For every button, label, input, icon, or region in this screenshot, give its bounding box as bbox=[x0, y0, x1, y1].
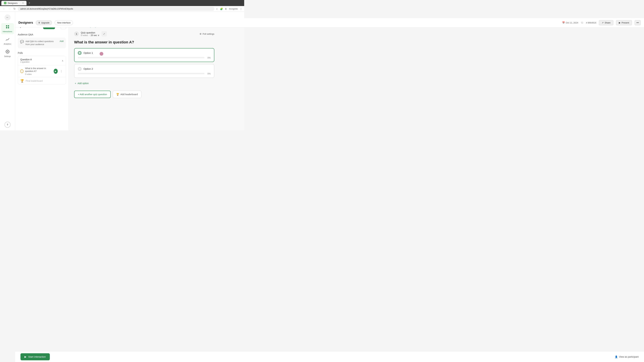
app-title: Designers bbox=[18, 21, 33, 24]
sidebar-back-button[interactable]: ← bbox=[4, 14, 10, 20]
settings-label: Settings bbox=[4, 55, 11, 57]
analytics-label: Analytics bbox=[4, 43, 11, 45]
app-header: Designers ⬆ Upgrade New interface 📅 Oct … bbox=[15, 18, 244, 27]
upgrade-icon: ⬆ bbox=[38, 21, 40, 24]
bottom-actions: + Add another quiz question 🏆 Add leader… bbox=[74, 91, 214, 98]
incognito-label: Incognito bbox=[229, 7, 238, 10]
settings-gear-icon: ⚙ bbox=[200, 33, 202, 35]
poll-settings-button[interactable]: ⚙ Poll settings bbox=[200, 33, 214, 35]
option-1-progress-bar bbox=[78, 57, 204, 58]
poll-group-count: 1 question bbox=[20, 61, 32, 63]
browser-tab-bar: S Designers ✕ + bbox=[0, 0, 244, 6]
address-bar: ← → ↻ admin.sli.do/event/8Goq3eqYCVaD6c1… bbox=[0, 6, 244, 12]
option-1-check-icon bbox=[78, 51, 82, 55]
poll-question-text: What is the answer in question A? bbox=[25, 67, 52, 73]
svg-point-4 bbox=[7, 51, 8, 52]
option-2-header: Option 2 bbox=[78, 67, 211, 71]
poll-group: Question A 1 question ∧ ! What is the an… bbox=[18, 56, 66, 84]
settings-icon bbox=[6, 50, 10, 55]
app-container: ← Interactions Analytics bbox=[0, 12, 244, 130]
svg-rect-1 bbox=[8, 25, 9, 26]
qa-add-button[interactable]: Add bbox=[60, 40, 64, 42]
option-2-bar-row: 0% bbox=[78, 72, 211, 75]
sidebar-item-settings[interactable]: Settings bbox=[1, 48, 14, 59]
votes-count: 0 votes bbox=[81, 34, 88, 36]
back-nav-button[interactable]: ← bbox=[2, 7, 6, 11]
new-tab-button[interactable]: + bbox=[27, 1, 32, 5]
polls-section-title: Polls bbox=[18, 52, 66, 54]
analytics-icon bbox=[6, 37, 10, 42]
stats-dot: • bbox=[89, 34, 90, 36]
bookmark-icon[interactable]: ☆ bbox=[216, 7, 218, 10]
forward-nav-button[interactable]: → bbox=[8, 7, 12, 11]
leaderboard-icon: 🏆 bbox=[116, 93, 119, 96]
interactions-label: Interactions bbox=[3, 30, 12, 32]
qa-card-text: Add Q&A to collect questions from your a… bbox=[26, 40, 58, 46]
leaderboard-trophy-icon: 🏆 bbox=[20, 79, 24, 83]
tab-title: Designers bbox=[8, 2, 18, 4]
question-timer[interactable]: 20 sec ∨ bbox=[90, 34, 99, 36]
option-2-label: Option 2 bbox=[84, 67, 93, 70]
question-number-badge: 1 bbox=[74, 31, 79, 36]
poll-group-chevron-icon: ∧ bbox=[62, 59, 64, 62]
option-1-card[interactable]: Option 1 0% bbox=[74, 48, 214, 62]
add-option-button[interactable]: + Add option bbox=[74, 80, 214, 87]
qa-card: 💬 Add Q&A to collect questions from your… bbox=[18, 37, 66, 48]
option-1-header: Option 1 bbox=[78, 51, 211, 55]
svg-rect-2 bbox=[6, 27, 7, 28]
poll-item-content: What is the answer in question A? 0 vote… bbox=[25, 67, 52, 75]
new-interface-button[interactable]: New interface bbox=[55, 20, 73, 25]
timer-chevron-icon: ∨ bbox=[98, 34, 100, 36]
question-stats: 0 votes • 20 sec ∨ bbox=[81, 34, 100, 36]
question-type-label: Quiz question bbox=[81, 31, 100, 34]
option-1-bar-wrapper bbox=[78, 57, 204, 58]
option-2-progress-bar bbox=[78, 73, 204, 74]
poll-play-button[interactable]: ▶ bbox=[54, 69, 58, 74]
browser-action-buttons: ☆ 🧩 ⬇ Incognito ⋮ bbox=[216, 7, 242, 10]
tab-favicon: S bbox=[4, 2, 6, 4]
interactions-icon bbox=[6, 25, 10, 30]
chat-icon: 💬 bbox=[20, 40, 24, 43]
left-sidebar: ← Interactions Analytics bbox=[0, 12, 15, 130]
poll-group-info: Question A 1 question bbox=[20, 58, 32, 63]
question-text: What is the answer in question A? bbox=[74, 40, 214, 45]
address-input[interactable]: admin.sli.do/event/8Goq3eqYCVaD6c1SPMVoE… bbox=[18, 7, 214, 11]
sidebar-item-interactions[interactable]: Interactions bbox=[1, 23, 14, 34]
download-icon[interactable]: ⬇ bbox=[225, 7, 227, 10]
add-quiz-question-button[interactable]: + Add another quiz question bbox=[74, 91, 111, 98]
poll-more-button[interactable]: ⋮ bbox=[59, 69, 64, 73]
main-inner: ← Back to all quiz questions 1 Quiz ques… bbox=[69, 21, 220, 102]
option-2-check-icon bbox=[78, 67, 82, 71]
menu-icon[interactable]: ⋮ bbox=[240, 7, 242, 10]
svg-rect-3 bbox=[8, 27, 9, 28]
option-2-bar-wrapper bbox=[78, 73, 204, 74]
add-option-plus-icon: + bbox=[75, 82, 76, 85]
refresh-button[interactable]: ↻ bbox=[13, 6, 16, 11]
option-1-bar-row: 0% bbox=[78, 56, 211, 59]
upgrade-button[interactable]: ⬆ Upgrade bbox=[36, 20, 52, 25]
poll-leaderboard-item: 🏆 Final leaderboard bbox=[18, 77, 66, 84]
poll-votes: 0 votes bbox=[25, 73, 52, 75]
option-2-percentage: 0% bbox=[208, 72, 211, 75]
tab-close-button[interactable]: ✕ bbox=[22, 2, 24, 4]
svg-rect-0 bbox=[6, 25, 7, 26]
sidebar-item-analytics[interactable]: Analytics bbox=[1, 35, 14, 46]
poll-group-header[interactable]: Question A 1 question ∧ bbox=[18, 56, 66, 65]
svg-point-6 bbox=[79, 68, 81, 70]
poll-group-name: Question A bbox=[20, 58, 32, 61]
extensions-icon[interactable]: 🧩 bbox=[220, 7, 223, 10]
help-button[interactable]: ? bbox=[4, 122, 10, 128]
option-1-percentage: 0% bbox=[208, 56, 211, 59]
add-leaderboard-button[interactable]: 🏆 Add leaderboard bbox=[113, 91, 142, 98]
main-content: ← Back to all quiz questions 1 Quiz ques… bbox=[69, 21, 244, 130]
polls-section: Polls Question A 1 question ∧ ! What is … bbox=[15, 50, 68, 86]
content-wrapper: My interactions + Add « Audience Q&A 💬 A… bbox=[15, 21, 244, 130]
poll-item[interactable]: ! What is the answer in question A? 0 vo… bbox=[18, 65, 66, 77]
svg-point-5 bbox=[79, 52, 81, 54]
qa-section-title: Audience Q&A bbox=[18, 33, 66, 36]
expand-button[interactable]: ⤢ bbox=[102, 31, 107, 36]
qa-section: Audience Q&A 💬 Add Q&A to collect questi… bbox=[15, 31, 68, 50]
active-tab[interactable]: S Designers ✕ bbox=[1, 1, 26, 5]
option-2-card[interactable]: Option 2 0% bbox=[74, 64, 214, 78]
interactions-panel: My interactions + Add « Audience Q&A 💬 A… bbox=[15, 21, 69, 130]
